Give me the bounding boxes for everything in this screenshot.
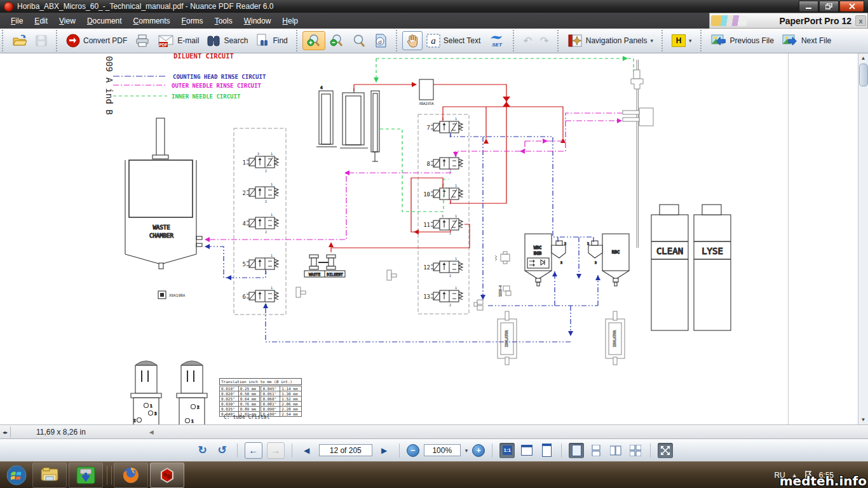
taskbar-explorer-button[interactable] <box>32 463 67 488</box>
svg-text:CHAMBER: CHAMBER <box>149 233 174 239</box>
fit-page-button[interactable] <box>539 443 554 458</box>
highlight-button[interactable]: H ▾ <box>668 32 696 50</box>
page-number-field[interactable]: 12 of 205 <box>319 444 372 456</box>
search-button[interactable]: Search <box>203 32 252 50</box>
paperport-close-icon[interactable]: x <box>855 15 866 26</box>
taskbar-firefox-button[interactable] <box>114 463 148 488</box>
svg-text:2: 2 <box>449 274 451 278</box>
close-button[interactable] <box>839 1 864 12</box>
table-title: Translation inch to mm (Ø int.) <box>219 378 302 385</box>
svg-text:DILUENT: DILUENT <box>327 272 343 276</box>
convert-pdf-button[interactable]: Convert PDF <box>62 31 131 50</box>
select-text-icon: a <box>426 34 440 48</box>
fit-width-button[interactable] <box>519 443 534 458</box>
valve-symbol: 612 <box>243 286 278 307</box>
main-toolbar: Convert PDF PDF E-mail <box>0 29 868 53</box>
taskbar-nuance-button[interactable] <box>150 463 184 488</box>
pane-splitter-icon[interactable]: ◂▸ <box>0 426 11 438</box>
scrollbar-thumb[interactable] <box>859 64 868 86</box>
component-xba285a: XBA285A <box>419 79 434 105</box>
isolator-1: ISOLATOR <box>498 311 517 365</box>
dynamic-zoom-button[interactable]: a <box>370 31 391 50</box>
previous-page-button[interactable]: ◀ <box>299 442 315 459</box>
sample-needle <box>623 60 653 248</box>
menu-file[interactable]: File <box>5 14 29 28</box>
collapse-arrow-icon[interactable]: ◀ <box>149 429 154 435</box>
page-side-label: 009 A ind B <box>104 56 114 115</box>
svg-text:1: 1 <box>243 159 246 166</box>
print-button[interactable] <box>131 31 154 50</box>
window-title: Horiba_ABX_Micros_60_-_Technical_manual.… <box>17 2 274 11</box>
title-bar: Horiba_ABX_Micros_60_-_Technical_manual.… <box>0 0 868 13</box>
valve-symbol: 212 <box>243 182 278 203</box>
menu-document[interactable]: Document <box>81 14 128 28</box>
svg-text:CLEAN: CLEAN <box>656 246 683 256</box>
syringes: 4 <box>316 85 379 161</box>
menu-forms[interactable]: Forms <box>176 14 209 28</box>
svg-text:1: 1 <box>271 254 273 257</box>
undo-button[interactable]: ↶ <box>519 32 536 50</box>
hand-icon <box>406 34 419 48</box>
svg-text:5: 5 <box>243 261 246 268</box>
valve-symbol: 512 <box>243 254 278 274</box>
email-button[interactable]: PDF E-mail <box>154 31 203 50</box>
full-screen-button[interactable] <box>658 443 673 458</box>
two-up-continuous-button[interactable] <box>628 443 643 458</box>
open-button[interactable] <box>8 32 31 50</box>
svg-text:ISOLATOR: ISOLATOR <box>505 330 508 347</box>
open-folder-icon <box>12 34 27 47</box>
svg-text:SET: SET <box>492 42 503 48</box>
svg-text:1: 1 <box>271 213 273 217</box>
zoom-level-field[interactable]: 100% <box>424 444 461 456</box>
zoom-out-button[interactable]: − <box>407 444 419 457</box>
actual-size-button[interactable]: 1:1 <box>499 443 515 458</box>
taskbar-download-manager-button[interactable] <box>69 463 103 488</box>
zoom-in-tool-button[interactable] <box>302 31 325 50</box>
restore-button[interactable] <box>819 1 839 12</box>
status-bar: ◂▸ 11,69 x 8,26 in ◀ <box>0 424 868 439</box>
next-file-icon <box>782 34 798 48</box>
zoom-in-button[interactable]: + <box>472 444 485 457</box>
table-row: 0.030"0.76 mm0.081"2.06 mm <box>220 402 302 407</box>
hand-tool-button[interactable] <box>402 31 423 50</box>
next-view-button[interactable]: → <box>267 442 285 459</box>
menu-window[interactable]: Window <box>238 14 277 28</box>
next-file-button[interactable]: Next File <box>778 31 835 50</box>
magnifier-tool-button[interactable] <box>348 31 370 50</box>
svg-text:ISOLATOR: ISOLATOR <box>613 330 616 347</box>
svg-text:7: 7 <box>427 125 430 131</box>
zoom-dropdown-icon[interactable]: ▾ <box>465 447 468 454</box>
set-tool-button[interactable]: SET <box>484 31 508 50</box>
startup-cylinder-2: 2 1 <box>177 361 207 424</box>
minimize-button[interactable] <box>799 1 818 12</box>
svg-text:1: 1 <box>455 286 457 290</box>
scroll-down-icon[interactable]: ▼ <box>858 415 868 424</box>
rotate-ccw-button[interactable]: ↻ <box>195 442 210 459</box>
redo-button[interactable]: ↷ <box>536 32 552 50</box>
find-button[interactable]: Find <box>252 31 291 50</box>
rotate-cw-button[interactable]: ↺ <box>215 442 230 459</box>
single-page-button[interactable] <box>569 443 584 458</box>
inch-to-mm-table: Translation inch to mm (Ø int.) 0.010"0.… <box>219 378 302 417</box>
menu-comments[interactable]: Comments <box>128 14 176 28</box>
continuous-button[interactable] <box>588 443 604 458</box>
menu-edit[interactable]: Edit <box>29 14 53 28</box>
previous-file-button[interactable]: Previous File <box>707 31 778 50</box>
scroll-up-icon[interactable]: ▲ <box>858 53 868 63</box>
document-viewport[interactable]: DILUENT CIRCUIT COUNTING HEAD RINSE CIRC… <box>0 53 868 424</box>
menu-help[interactable]: Help <box>276 14 304 28</box>
next-page-button[interactable]: ▶ <box>377 442 392 459</box>
menu-tools[interactable]: Tools <box>209 14 238 28</box>
start-button[interactable] <box>3 463 31 487</box>
lyse-bottle: LYSE <box>694 205 731 330</box>
vertical-scrollbar[interactable]: ▲ ▼ <box>858 53 868 424</box>
facing-pages-button[interactable] <box>608 443 623 458</box>
previous-view-button[interactable]: ← <box>245 442 262 459</box>
zoom-out-tool-button[interactable] <box>325 31 348 50</box>
chevron-down-icon: ▾ <box>650 37 653 44</box>
select-text-button[interactable]: a Select Text <box>423 31 484 50</box>
save-button[interactable] <box>31 32 51 50</box>
windows-logo-icon <box>6 464 27 486</box>
menu-view[interactable]: View <box>53 14 81 28</box>
navigation-panels-button[interactable]: Navigation Panels ▾ <box>564 31 657 50</box>
